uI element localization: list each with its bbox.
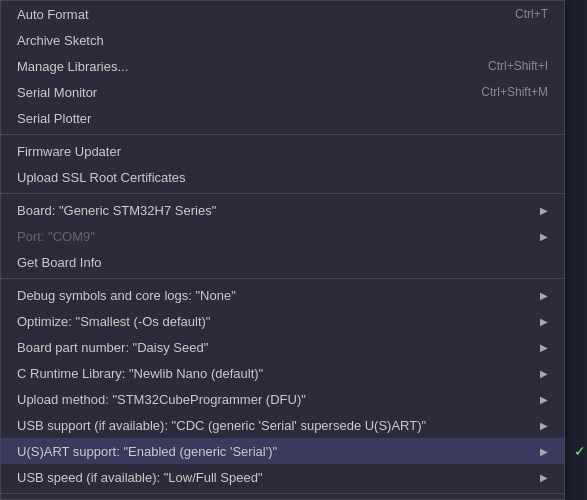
menu-item-label-firmware-updater: Firmware Updater [17,144,548,159]
menu-item-label-board-part-number: Board part number: "Daisy Seed" [17,340,532,355]
menu-item-debug-symbols[interactable]: Debug symbols and core logs: "None"▶ [1,282,564,308]
menu-item-label-get-board-info: Get Board Info [17,255,548,270]
menu-item-label-c-runtime-library: C Runtime Library: "Newlib Nano (default… [17,366,532,381]
menu-separator [1,493,564,494]
menu-item-label-upload-method: Upload method: "STM32CubeProgrammer (DFU… [17,392,532,407]
menu-item-label-serial-monitor: Serial Monitor [17,85,441,100]
menu-item-label-usb-support: USB support (if available): "CDC (generi… [17,418,532,433]
menu-item-serial-plotter[interactable]: Serial Plotter [1,105,564,131]
menu-separator [1,278,564,279]
menu-item-shortcut-serial-monitor: Ctrl+Shift+M [481,85,548,99]
menu-item-label-debug-symbols: Debug symbols and core logs: "None" [17,288,532,303]
menu-item-arrow-port: ▶ [540,231,548,242]
menu-item-get-board-info[interactable]: Get Board Info [1,249,564,275]
menu-item-serial-monitor[interactable]: Serial MonitorCtrl+Shift+M [1,79,564,105]
menu-item-arrow-optimize: ▶ [540,316,548,327]
menu-item-label-archive-sketch: Archive Sketch [17,33,548,48]
menu-item-arrow-c-runtime-library: ▶ [540,368,548,379]
menu-item-checkmark-usart-support: ✓ [574,443,586,459]
menu-item-label-auto-format: Auto Format [17,7,475,22]
menu-item-port: Port: "COM9"▶ [1,223,564,249]
menu-item-upload-ssl[interactable]: Upload SSL Root Certificates [1,164,564,190]
menu-item-usart-support[interactable]: U(S)ART support: "Enabled (generic 'Seri… [1,438,564,464]
menu-item-manage-libraries[interactable]: Manage Libraries...Ctrl+Shift+I [1,53,564,79]
menu-separator [1,193,564,194]
menu-item-arrow-usart-support: ▶ [540,446,548,457]
menu-item-arrow-usb-speed: ▶ [540,472,548,483]
menu-item-c-runtime-library[interactable]: C Runtime Library: "Newlib Nano (default… [1,360,564,386]
menu-item-board-part-number[interactable]: Board part number: "Daisy Seed"▶ [1,334,564,360]
menu-item-label-usb-speed: USB speed (if available): "Low/Full Spee… [17,470,532,485]
menu-item-arrow-board: ▶ [540,205,548,216]
menu-item-archive-sketch[interactable]: Archive Sketch [1,27,564,53]
menu-item-label-serial-plotter: Serial Plotter [17,111,548,126]
menu-item-arrow-usb-support: ▶ [540,420,548,431]
menu-item-optimize[interactable]: Optimize: "Smallest (-Os default)"▶ [1,308,564,334]
menu-separator [1,134,564,135]
menu-item-shortcut-auto-format: Ctrl+T [515,7,548,21]
menu-item-label-port: Port: "COM9" [17,229,532,244]
menu-item-usb-support[interactable]: USB support (if available): "CDC (generi… [1,412,564,438]
menu-item-arrow-debug-symbols: ▶ [540,290,548,301]
menu-item-arrow-upload-method: ▶ [540,394,548,405]
menu-item-arrow-board-part-number: ▶ [540,342,548,353]
menu-item-usb-speed[interactable]: USB speed (if available): "Low/Full Spee… [1,464,564,490]
menu-item-upload-method[interactable]: Upload method: "STM32CubeProgrammer (DFU… [1,386,564,412]
menu-item-shortcut-manage-libraries: Ctrl+Shift+I [488,59,548,73]
menu-item-label-usart-support: U(S)ART support: "Enabled (generic 'Seri… [17,444,532,459]
menu-item-label-board: Board: "Generic STM32H7 Series" [17,203,532,218]
menu-item-auto-format[interactable]: Auto FormatCtrl+T [1,1,564,27]
menu-item-label-manage-libraries: Manage Libraries... [17,59,448,74]
menu-item-label-optimize: Optimize: "Smallest (-Os default)" [17,314,532,329]
menu-item-firmware-updater[interactable]: Firmware Updater [1,138,564,164]
menu-item-board[interactable]: Board: "Generic STM32H7 Series"▶ [1,197,564,223]
menu-item-label-upload-ssl: Upload SSL Root Certificates [17,170,548,185]
menu-container: Auto FormatCtrl+TArchive SketchManage Li… [0,0,565,500]
